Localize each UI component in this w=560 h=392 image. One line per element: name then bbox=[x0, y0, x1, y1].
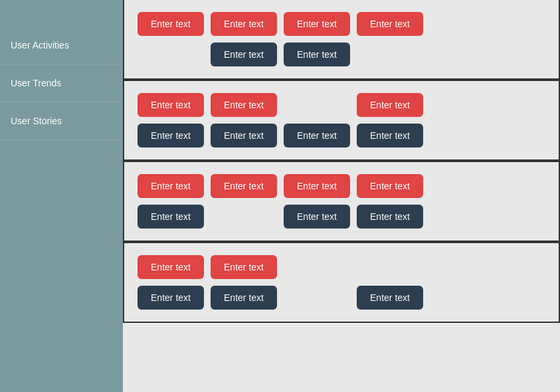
section-1-row-1: Enter text Enter text Enter text Enter t… bbox=[138, 12, 545, 36]
section-2-row-1: Enter text Enter text Enter text bbox=[138, 93, 545, 117]
btn-s1r1-2[interactable]: Enter text bbox=[211, 12, 277, 36]
btn-s3r1-1[interactable]: Enter text bbox=[138, 174, 204, 198]
btn-s1r1-4[interactable]: Enter text bbox=[357, 12, 423, 36]
btn-s4r2-4[interactable]: Enter text bbox=[357, 286, 423, 310]
btn-s1r1-3[interactable]: Enter text bbox=[284, 12, 350, 36]
sidebar-item-user-trends[interactable]: User Trends bbox=[0, 64, 123, 102]
btn-s4r1-2[interactable]: Enter text bbox=[211, 255, 277, 279]
section-1-row-2: Enter text Enter text bbox=[138, 43, 545, 66]
sidebar: User Activities User Trends User Stories bbox=[0, 0, 123, 392]
btn-s3r1-2[interactable]: Enter text bbox=[211, 174, 277, 198]
btn-s4r2-1[interactable]: Enter text bbox=[138, 286, 204, 310]
btn-s2r2-4[interactable]: Enter text bbox=[357, 124, 423, 147]
btn-s3r1-4[interactable]: Enter text bbox=[357, 174, 423, 198]
btn-s2r2-3[interactable]: Enter text bbox=[284, 124, 350, 147]
btn-s4r1-1[interactable]: Enter text bbox=[138, 255, 204, 279]
btn-s1r2-3[interactable]: Enter text bbox=[284, 43, 350, 66]
section-4-row-1: Enter text Enter text bbox=[138, 255, 545, 279]
btn-s2r1-2[interactable]: Enter text bbox=[211, 93, 277, 117]
section-4: Enter text Enter text Enter text Enter t… bbox=[123, 242, 560, 323]
section-1: Enter text Enter text Enter text Enter t… bbox=[123, 0, 560, 80]
btn-s2r2-1[interactable]: Enter text bbox=[138, 124, 204, 147]
btn-s4r2-2[interactable]: Enter text bbox=[211, 286, 277, 310]
btn-s2r1-4[interactable]: Enter text bbox=[357, 93, 423, 117]
main-content: Enter text Enter text Enter text Enter t… bbox=[123, 0, 560, 392]
btn-s1r2-2[interactable]: Enter text bbox=[211, 43, 277, 66]
section-2: Enter text Enter text Enter text Enter t… bbox=[123, 80, 560, 161]
sidebar-item-user-stories[interactable]: User Stories bbox=[0, 102, 123, 140]
btn-s1r1-1[interactable]: Enter text bbox=[138, 12, 204, 36]
section-3-row-2: Enter text Enter text Enter text bbox=[138, 205, 545, 229]
sidebar-item-user-activities[interactable]: User Activities bbox=[0, 27, 123, 64]
btn-s3r2-4[interactable]: Enter text bbox=[357, 205, 423, 229]
section-3: Enter text Enter text Enter text Enter t… bbox=[123, 161, 560, 242]
section-3-row-1: Enter text Enter text Enter text Enter t… bbox=[138, 174, 545, 198]
section-2-row-2: Enter text Enter text Enter text Enter t… bbox=[138, 124, 545, 147]
btn-s2r1-1[interactable]: Enter text bbox=[138, 93, 204, 117]
btn-s2r2-2[interactable]: Enter text bbox=[211, 124, 277, 147]
btn-s3r1-3[interactable]: Enter text bbox=[284, 174, 350, 198]
btn-s3r2-1[interactable]: Enter text bbox=[138, 205, 204, 229]
btn-s3r2-3[interactable]: Enter text bbox=[284, 205, 350, 229]
section-4-row-2: Enter text Enter text Enter text bbox=[138, 286, 545, 310]
